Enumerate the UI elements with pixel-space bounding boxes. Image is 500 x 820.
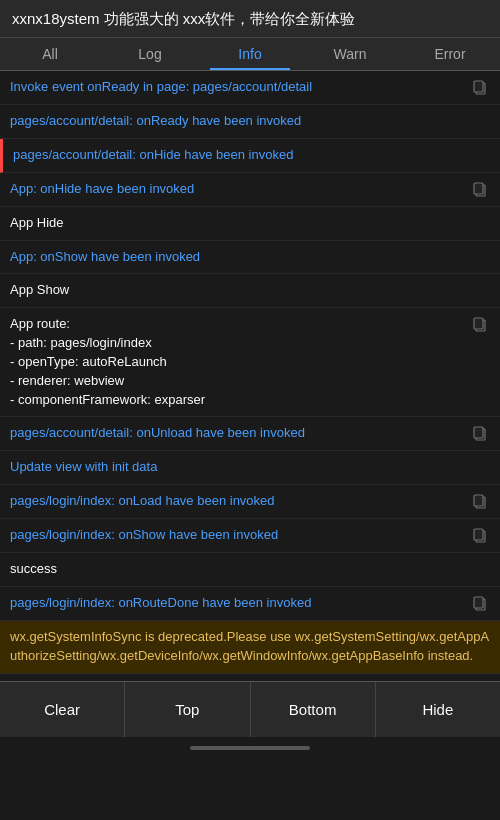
copy-icon[interactable] <box>472 595 490 613</box>
copy-icon[interactable] <box>472 425 490 443</box>
log-entry: pages/login/index: onRouteDone have been… <box>0 587 500 621</box>
log-entry: App Show <box>0 274 500 308</box>
hide-button[interactable]: Hide <box>376 682 500 737</box>
log-entry: pages/login/index: onLoad have been invo… <box>0 485 500 519</box>
log-area[interactable]: Invoke event onReady in page: pages/acco… <box>0 71 500 681</box>
log-entry: pages/login/index: onShow have been invo… <box>0 519 500 553</box>
banner-text: xxnx18ystem 功能强大的 xxx软件，带给你全新体验 <box>12 10 355 27</box>
copy-icon[interactable] <box>472 527 490 545</box>
svg-rect-13 <box>474 597 483 608</box>
log-text: success <box>10 560 490 579</box>
copy-icon[interactable] <box>472 316 490 334</box>
log-text: App: onHide have been invoked <box>10 180 466 199</box>
tab-info[interactable]: Info <box>200 38 300 70</box>
tab-all[interactable]: All <box>0 38 100 70</box>
copy-icon[interactable] <box>472 493 490 511</box>
log-entry: pages/account/detail: onReady have been … <box>0 105 500 139</box>
home-bar <box>190 746 310 750</box>
log-entry: pages/account/detail: onUnload have been… <box>0 417 500 451</box>
banner: xxnx18ystem 功能强大的 xxx软件，带给你全新体验 <box>0 0 500 38</box>
top-button[interactable]: Top <box>125 682 250 737</box>
copy-icon[interactable] <box>472 181 490 199</box>
log-text: App Show <box>10 281 490 300</box>
log-entry: App route: - path: pages/login/index - o… <box>0 308 500 417</box>
log-entry: Update view with init data <box>0 451 500 485</box>
log-text: App: onShow have been invoked <box>10 248 490 267</box>
log-entry: success <box>0 553 500 587</box>
log-entry: wx.getSystemInfoSync is deprecated.Pleas… <box>0 621 500 674</box>
bottom-button[interactable]: Bottom <box>251 682 376 737</box>
svg-rect-11 <box>474 529 483 540</box>
log-text: App Hide <box>10 214 490 233</box>
clear-button[interactable]: Clear <box>0 682 125 737</box>
log-text: pages/login/index: onLoad have been invo… <box>10 492 466 511</box>
log-text: pages/account/detail: onHide have been i… <box>13 146 490 165</box>
log-text: pages/account/detail: onReady have been … <box>10 112 490 131</box>
log-text: Update view with init data <box>10 458 490 477</box>
tab-bar: AllLogInfoWarnError <box>0 38 500 71</box>
svg-rect-1 <box>474 81 483 92</box>
log-entry: App: onShow have been invoked <box>0 241 500 275</box>
log-text: pages/account/detail: onUnload have been… <box>10 424 466 443</box>
log-entry: Invoke event onReady in page: pages/acco… <box>0 71 500 105</box>
log-entry: App: onHide have been invoked <box>0 173 500 207</box>
log-text: Invoke event onReady in page: pages/acco… <box>10 78 466 97</box>
log-entry: App Hide <box>0 207 500 241</box>
log-text: App route: - path: pages/login/index - o… <box>10 315 466 409</box>
log-text: pages/login/index: onShow have been invo… <box>10 526 466 545</box>
log-text: pages/login/index: onRouteDone have been… <box>10 594 466 613</box>
svg-rect-5 <box>474 318 483 329</box>
svg-rect-3 <box>474 183 483 194</box>
tab-log[interactable]: Log <box>100 38 200 70</box>
tab-error[interactable]: Error <box>400 38 500 70</box>
home-indicator <box>0 737 500 759</box>
copy-icon[interactable] <box>472 79 490 97</box>
log-text: wx.getSystemInfoSync is deprecated.Pleas… <box>10 628 490 666</box>
tab-warn[interactable]: Warn <box>300 38 400 70</box>
bottom-toolbar: Clear Top Bottom Hide <box>0 681 500 737</box>
svg-rect-9 <box>474 495 483 506</box>
log-entry: pages/account/detail: onHide have been i… <box>0 139 500 173</box>
svg-rect-7 <box>474 427 483 438</box>
